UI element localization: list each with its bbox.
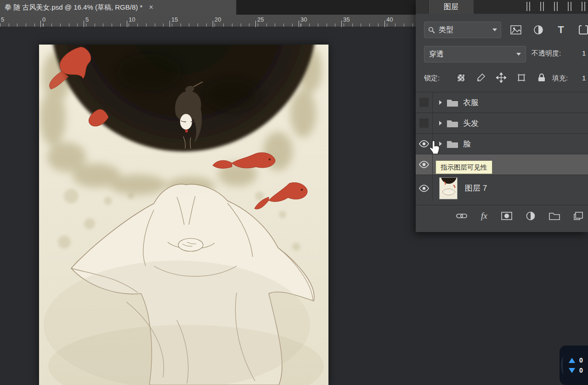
chevron-right-icon[interactable] xyxy=(439,121,442,125)
docked-panel-icon[interactable] xyxy=(554,2,558,11)
filter-pixel-layers-icon[interactable] xyxy=(510,24,522,35)
ruler-ticks xyxy=(0,23,416,27)
chevron-down-icon xyxy=(492,28,497,31)
eye-icon[interactable] xyxy=(418,161,430,168)
layer-row-group[interactable]: 头发 xyxy=(416,113,588,133)
osd-down-value: 0 xyxy=(579,367,583,374)
ruler-label: 35 xyxy=(343,16,350,23)
docked-panel-icon[interactable] xyxy=(540,2,544,11)
lock-artboard-icon[interactable] xyxy=(516,72,527,83)
arrow-up-icon[interactable] xyxy=(569,358,575,363)
visibility-empty-box[interactable] xyxy=(419,119,429,128)
lock-position-icon[interactable] xyxy=(496,72,507,83)
chevron-right-icon[interactable] xyxy=(439,100,442,105)
ruler-label: 5 xyxy=(85,16,89,23)
layer-list: 衣服 头发 脸 xyxy=(416,92,588,201)
horizontal-ruler[interactable]: 5 0 5 10 15 20 25 30 35 40 xyxy=(0,15,416,27)
layer-name: 脸 xyxy=(463,139,471,149)
ruler-label: 20 xyxy=(215,16,221,23)
docked-panel-icon[interactable] xyxy=(568,2,571,11)
panel-tab-partial[interactable] xyxy=(416,0,429,14)
eye-icon[interactable] xyxy=(418,140,430,147)
document-tab-bar: 拳 随 古风美女.psd @ 16.4% (草稿, RGB/8) * × xyxy=(0,0,416,15)
new-group-icon[interactable] xyxy=(549,212,560,220)
layer-row-layer7[interactable]: 图层 7 xyxy=(416,175,588,201)
layer-row-group[interactable]: 衣服 xyxy=(416,92,588,113)
docked-panel-icon[interactable] xyxy=(526,2,530,11)
layer-mask-icon[interactable] xyxy=(501,212,512,220)
layer-name: 头发 xyxy=(463,118,479,129)
filter-adjustment-layers-icon[interactable] xyxy=(532,24,544,35)
lock-row: 锁定: 填充: 1 xyxy=(416,69,588,88)
chevron-down-icon xyxy=(516,53,521,56)
ruler-label: 15 xyxy=(171,16,178,23)
ruler-label: 0 xyxy=(42,16,45,23)
layer-row-group[interactable]: 脸 xyxy=(416,133,588,154)
visibility-toggle[interactable] xyxy=(416,92,433,113)
layer-name: 图层 7 xyxy=(465,183,487,193)
visibility-toggle[interactable] xyxy=(416,154,433,175)
lock-image-pixels-icon[interactable] xyxy=(475,72,486,83)
ruler-label: 25 xyxy=(257,16,264,23)
blend-mode-dropdown[interactable]: 穿透 xyxy=(424,46,526,62)
opacity-label: 不透明度: xyxy=(531,49,561,58)
layers-panel-footer: fx xyxy=(416,205,588,226)
search-icon xyxy=(428,27,435,34)
link-layers-icon[interactable] xyxy=(456,213,467,219)
eye-icon[interactable] xyxy=(418,185,430,192)
fill-label: 填充: xyxy=(552,74,568,83)
tooltip-layer-visibility: 指示图层可见性 xyxy=(435,160,492,174)
document-title: 拳 随 古风美女.psd @ 16.4% (草稿, RGB/8) * xyxy=(5,3,142,12)
layers-panel: 图层 类型 xyxy=(416,0,588,232)
opacity-value[interactable]: 1 xyxy=(582,49,586,57)
folder-icon xyxy=(447,119,458,128)
blend-mode-value: 穿透 xyxy=(429,50,444,59)
new-layer-icon[interactable] xyxy=(574,212,583,220)
ruler-label: 40 xyxy=(386,16,393,23)
document-tab[interactable]: 拳 随 古风美女.psd @ 16.4% (草稿, RGB/8) * × xyxy=(0,0,237,15)
adjustment-layer-icon[interactable] xyxy=(526,211,535,221)
layer-filter-row: 类型 T xyxy=(416,20,588,40)
filter-type-layers-icon[interactable]: T xyxy=(555,24,567,35)
folder-icon xyxy=(447,139,458,148)
blend-mode-row: 穿透 不透明度: 1 xyxy=(416,45,588,63)
lock-transparent-pixels-icon[interactable] xyxy=(455,72,466,83)
tab-layers[interactable]: 图层 xyxy=(429,0,474,14)
arrow-down-icon[interactable] xyxy=(569,368,575,373)
osd-up-value: 0 xyxy=(579,357,583,364)
docked-panel-icon[interactable] xyxy=(582,2,585,11)
filter-shape-layers-icon[interactable] xyxy=(577,24,588,35)
layer-name: 衣服 xyxy=(463,97,479,108)
document-artwork[interactable] xyxy=(39,45,328,385)
tablet-osd-widget[interactable]: 0 0 xyxy=(560,345,588,385)
layer-style-icon[interactable]: fx xyxy=(481,211,487,221)
fill-value[interactable]: 1 xyxy=(582,74,586,82)
folder-icon xyxy=(447,98,458,107)
photoshop-window: 拳 随 古风美女.psd @ 16.4% (草稿, RGB/8) * × 5 0… xyxy=(0,0,588,385)
filter-type-dropdown[interactable]: 类型 xyxy=(424,22,501,38)
close-tab-icon[interactable]: × xyxy=(149,3,153,11)
docked-panel-icons[interactable] xyxy=(526,2,585,11)
lock-label: 锁定: xyxy=(424,74,440,83)
visibility-toggle[interactable] xyxy=(416,113,433,133)
ruler-label: 30 xyxy=(300,16,307,23)
artwork-illustration xyxy=(39,45,328,385)
visibility-toggle[interactable] xyxy=(416,175,433,201)
ruler-label: 10 xyxy=(129,16,135,23)
ruler-label: 5 xyxy=(1,16,4,23)
layer-thumbnail[interactable] xyxy=(439,177,458,199)
visibility-empty-box[interactable] xyxy=(419,98,429,107)
filter-type-label: 类型 xyxy=(439,25,453,35)
hand-cursor xyxy=(429,141,441,156)
panel-tab-strip: 图层 xyxy=(416,0,588,14)
lock-all-icon[interactable] xyxy=(536,72,547,83)
